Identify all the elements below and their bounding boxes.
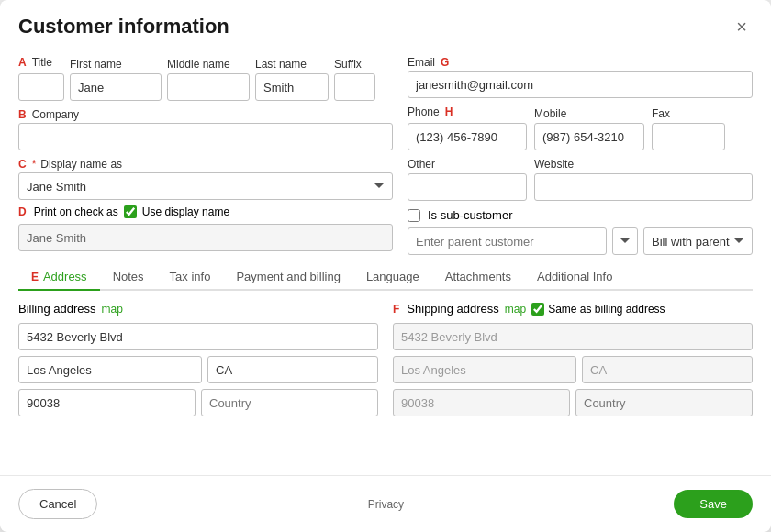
middle-name-input[interactable] — [167, 73, 250, 101]
phone-section: Phone H Mobile Fax — [408, 105, 753, 150]
main-form: A Title First name Middle name — [18, 56, 753, 255]
tab-address[interactable]: E Address — [18, 264, 100, 291]
first-name-input[interactable] — [70, 73, 162, 101]
suffix-label: Suffix — [334, 58, 375, 71]
dialog-body: A Title First name Middle name — [0, 47, 771, 475]
sub-customer-section: Is sub-customer — [408, 208, 753, 222]
title-input[interactable] — [18, 73, 64, 101]
dialog-header: Customer information × — [0, 0, 771, 47]
print-on-check-label: Print on check as — [34, 205, 118, 218]
mobile-group: Mobile — [534, 107, 644, 150]
billing-country-input[interactable] — [201, 389, 378, 416]
display-name-section: C * Display name as Jane Smith — [18, 158, 393, 200]
left-column: A Title First name Middle name — [18, 56, 393, 255]
close-button[interactable]: × — [731, 15, 753, 39]
shipping-city-input[interactable] — [393, 356, 576, 383]
suffix-input[interactable] — [334, 73, 375, 101]
parent-customer-row: Bill with parent — [408, 227, 753, 255]
fax-group: Fax — [652, 107, 725, 150]
other-label: Other — [408, 158, 527, 171]
website-input[interactable] — [534, 173, 753, 201]
tab-attachments[interactable]: Attachments — [432, 264, 524, 291]
tabs-row: E Address Notes Tax info Payment and bil… — [18, 264, 753, 291]
bill-with-parent-select[interactable]: Bill with parent — [643, 227, 753, 255]
email-section: Email G — [408, 56, 753, 98]
print-on-check-row: D Print on check as Use display name — [18, 205, 393, 218]
billing-city-input[interactable] — [18, 356, 202, 383]
sub-customer-label: Is sub-customer — [428, 208, 512, 222]
label-D: D — [18, 205, 27, 218]
phone-row: Phone H Mobile Fax — [408, 105, 753, 150]
middle-name-label: Middle name — [167, 58, 250, 71]
title-label: Title — [32, 56, 52, 69]
billing-zip-input[interactable] — [18, 389, 196, 416]
billing-street-input[interactable] — [18, 323, 378, 350]
company-input[interactable] — [18, 123, 393, 150]
company-label: Company — [32, 108, 79, 121]
privacy-link[interactable]: Privacy — [368, 498, 404, 511]
shipping-address-col: F Shipping address map Same as billing a… — [393, 302, 753, 416]
shipping-map-link[interactable]: map — [505, 303, 526, 316]
fax-label: Fax — [652, 107, 725, 120]
shipping-zip-input[interactable] — [393, 389, 570, 416]
print-on-check-section: D Print on check as Use display name — [18, 205, 393, 251]
label-F: F — [393, 303, 399, 316]
required-star: * — [32, 158, 37, 171]
dialog-title: Customer information — [18, 15, 229, 39]
same-as-billing-label: Same as billing address — [548, 303, 665, 316]
shipping-country-input[interactable] — [575, 389, 753, 416]
tab-payment-billing[interactable]: Payment and billing — [223, 264, 352, 291]
first-name-group: First name — [70, 58, 162, 101]
suffix-group: Suffix — [334, 58, 375, 101]
tab-additional-info[interactable]: Additional Info — [524, 264, 625, 291]
phone-label: Phone — [408, 105, 440, 118]
billing-state-input[interactable] — [207, 356, 378, 383]
other-input[interactable] — [408, 173, 527, 201]
tabs-container: E Address Notes Tax info Payment and bil… — [18, 264, 753, 416]
chevron-down-icon — [620, 237, 630, 246]
sub-customer-checkbox[interactable] — [408, 209, 420, 222]
cancel-button[interactable]: Cancel — [18, 489, 97, 519]
other-group: Other — [408, 158, 527, 201]
same-as-billing-checkbox[interactable] — [531, 303, 544, 316]
billing-zip-country-row — [18, 389, 378, 416]
label-B: B — [18, 108, 27, 121]
billing-map-link[interactable]: map — [102, 303, 123, 316]
dialog-footer: Cancel Privacy Save — [0, 475, 771, 532]
email-input[interactable] — [408, 71, 753, 98]
customer-information-dialog: Customer information × A Title — [0, 0, 771, 532]
billing-address-col: Billing address map — [18, 302, 378, 416]
parent-customer-dropdown-button[interactable] — [612, 227, 638, 255]
billing-address-label: Billing address — [18, 302, 96, 316]
phone-input[interactable] — [408, 123, 527, 150]
tab-notes[interactable]: Notes — [100, 264, 157, 291]
shipping-address-label: Shipping address — [407, 302, 498, 316]
save-button[interactable]: Save — [674, 490, 753, 518]
print-check-input[interactable] — [18, 224, 393, 251]
website-label: Website — [534, 158, 753, 171]
same-as-billing-group: Same as billing address — [531, 303, 665, 316]
email-label: Email — [408, 56, 435, 69]
phone-group: Phone H — [408, 105, 527, 150]
name-section: A Title First name Middle name — [18, 56, 393, 101]
tab-tax-info[interactable]: Tax info — [157, 264, 224, 291]
last-name-input[interactable] — [255, 73, 329, 101]
shipping-state-input[interactable] — [582, 356, 753, 383]
shipping-city-state-row — [393, 356, 753, 383]
use-display-name-label: Use display name — [142, 205, 229, 218]
label-E: E — [31, 271, 39, 283]
last-name-label: Last name — [255, 58, 329, 71]
parent-customer-input[interactable] — [408, 227, 607, 255]
display-name-select[interactable]: Jane Smith — [18, 172, 393, 200]
tab-language[interactable]: Language — [353, 264, 432, 291]
shipping-address-header: F Shipping address map Same as billing a… — [393, 302, 753, 316]
billing-address-header: Billing address map — [18, 302, 378, 316]
company-section: B Company — [18, 108, 393, 150]
right-column: Email G Phone H — [408, 56, 753, 255]
website-group: Website — [534, 158, 753, 201]
mobile-input[interactable] — [534, 123, 644, 150]
shipping-street-input[interactable] — [393, 323, 753, 350]
use-display-name-checkbox[interactable] — [124, 205, 137, 218]
label-G: G — [441, 56, 449, 69]
fax-input[interactable] — [652, 123, 725, 150]
